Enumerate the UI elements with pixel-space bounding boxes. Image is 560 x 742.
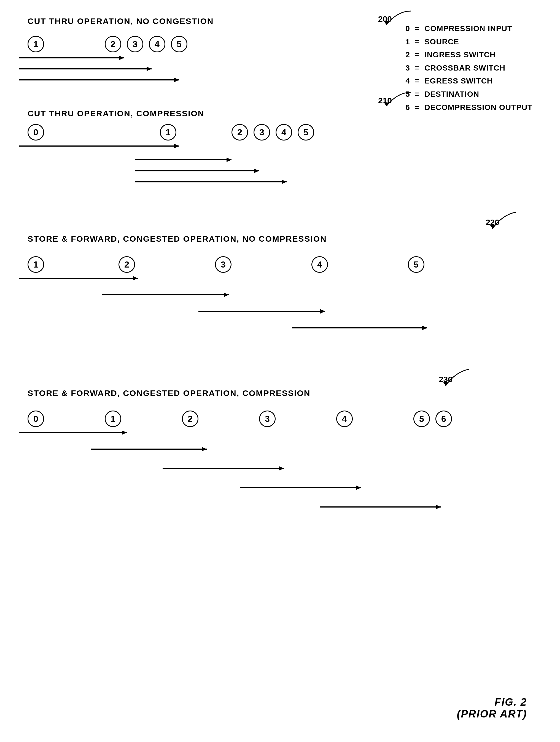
arrows-210 (16, 141, 320, 190)
node-3-d220: 3 (215, 256, 232, 273)
node-2-d210: 2 (232, 124, 248, 141)
node-3-d200: 3 (127, 36, 143, 52)
node-0-d210: 0 (28, 124, 44, 141)
node-2-d230: 2 (182, 411, 198, 427)
arrows-220 (16, 273, 447, 336)
node-0-d230: 0 (28, 411, 44, 427)
node-1-d210: 1 (160, 124, 176, 141)
legend: 0 = COMPRESSION INPUT 1 = SOURCE 2 = ING… (405, 22, 532, 114)
page: CUT THRU OPERATION, NO CONGESTION 200 1 … (0, 0, 560, 742)
node-6-d230: 6 (436, 411, 452, 427)
node-3-d210: 3 (254, 124, 270, 141)
fig-label-line2: (PRIOR ART) (457, 708, 527, 720)
title-220: STORE & FORWARD, CONGESTED OPERATION, NO… (28, 234, 327, 244)
node-2-d200: 2 (105, 36, 121, 52)
node-5-d230: 5 (413, 411, 430, 427)
node-5-d210: 5 (298, 124, 314, 141)
ref-arrow-230 (442, 366, 477, 391)
ref-arrow-220 (488, 209, 524, 234)
node-1-d230: 1 (105, 411, 121, 427)
svg-marker-29 (202, 447, 207, 451)
figure-label: FIG. 2 (PRIOR ART) (457, 696, 527, 720)
node-5-d220: 5 (408, 256, 424, 273)
svg-marker-4 (147, 67, 152, 71)
node-5-d200: 5 (171, 36, 188, 52)
svg-marker-9 (174, 144, 179, 148)
legend-item-2: 2 = INGRESS SWITCH (405, 48, 532, 61)
svg-marker-33 (356, 485, 361, 490)
svg-marker-31 (279, 466, 284, 471)
svg-marker-6 (174, 78, 179, 82)
title-230: STORE & FORWARD, CONGESTED OPERATION, CO… (28, 388, 310, 398)
fig-label-line1: FIG. 2 (457, 696, 527, 708)
svg-marker-20 (224, 293, 229, 297)
svg-marker-2 (119, 56, 124, 60)
legend-item-5: 5 = DESTINATION (405, 88, 532, 101)
svg-marker-13 (254, 169, 259, 173)
legend-item-3: 3 = CROSSBAR SWITCH (405, 61, 532, 75)
title-210: CUT THRU OPERATION, COMPRESSION (28, 109, 204, 118)
title-200: CUT THRU OPERATION, NO CONGESTION (28, 16, 214, 26)
svg-marker-35 (436, 505, 441, 509)
svg-marker-11 (226, 158, 232, 162)
node-4-d230: 4 (336, 411, 353, 427)
arrows-200 (16, 52, 196, 91)
node-4-d200: 4 (149, 36, 165, 52)
svg-marker-24 (422, 326, 427, 330)
node-4-d220: 4 (311, 256, 328, 273)
legend-item-1: 1 = SOURCE (405, 35, 532, 49)
node-2-d220: 2 (118, 256, 135, 273)
legend-item-0: 0 = COMPRESSION INPUT (405, 22, 532, 35)
svg-marker-15 (282, 180, 287, 184)
node-1-d220: 1 (28, 256, 44, 273)
legend-item-4: 4 = EGRESS SWITCH (405, 74, 532, 88)
node-4-d210: 4 (275, 124, 292, 141)
svg-marker-18 (133, 276, 138, 280)
arrows-230 (16, 427, 485, 521)
node-3-d230: 3 (259, 411, 275, 427)
svg-marker-27 (122, 430, 127, 435)
legend-item-6: 6 = DECOMPRESSION OUTPUT (405, 101, 532, 114)
svg-marker-22 (320, 309, 325, 314)
node-1-d200: 1 (28, 36, 44, 52)
